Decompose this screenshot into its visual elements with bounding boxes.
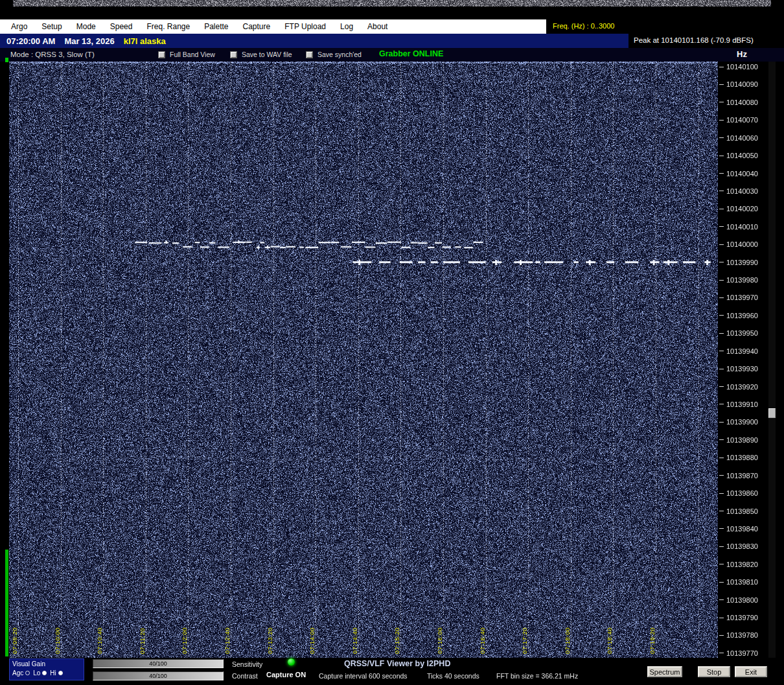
ticks-label: Ticks 40 seconds <box>427 672 479 680</box>
capture-status: Capture ON <box>266 671 306 679</box>
freq-label: 10139850 <box>726 507 758 515</box>
menu-capture[interactable]: Capture <box>236 22 278 31</box>
freq-label: 10140040 <box>726 170 758 178</box>
hi-label: Hi <box>50 669 56 677</box>
freq-scale-row: 10140000 <box>719 240 758 248</box>
freq-tick-mark <box>719 191 724 191</box>
freq-scale-row: 10140010 <box>719 223 758 231</box>
menu-palette[interactable]: Palette <box>197 22 235 31</box>
contrast-label: Contrast <box>232 672 258 680</box>
freq-scale-row: 10140040 <box>719 170 758 178</box>
freq-tick-mark <box>719 120 724 121</box>
fft-bin-label: FFT bin size = 366.21 mHz <box>496 672 578 680</box>
exit-button[interactable]: Exit <box>735 666 767 677</box>
freq-tick-mark <box>719 156 724 156</box>
freq-label: 10140100 <box>726 63 758 71</box>
radio-icon[interactable] <box>58 671 63 675</box>
signal-level-meter <box>5 550 8 656</box>
agc-radio[interactable]: Agc <box>12 669 30 677</box>
freq-label: 10140010 <box>726 223 758 231</box>
checkbox-box[interactable] <box>306 51 313 58</box>
radio-icon[interactable] <box>25 671 30 675</box>
freq-scale-row: 10139930 <box>719 365 758 373</box>
freq-label: 10139910 <box>726 401 758 408</box>
freq-tick-mark <box>719 618 724 618</box>
freq-scale-row: 10139850 <box>719 507 758 515</box>
freq-tick-mark <box>719 528 724 529</box>
freq-scale-row: 10139980 <box>719 276 758 284</box>
freq-scale-row: 10140030 <box>719 187 758 195</box>
stop-button[interactable]: Stop <box>698 666 730 677</box>
freq-tick-mark <box>719 582 724 583</box>
freq-label: 10139810 <box>726 578 758 586</box>
freq-tick-mark <box>719 102 724 102</box>
freq-scale-row: 10140090 <box>719 80 758 88</box>
freq-tick-mark <box>719 422 724 423</box>
freq-label: 10139890 <box>726 436 758 444</box>
spectrum-button[interactable]: Spectrum <box>647 666 682 677</box>
menu-setup[interactable]: Setup <box>34 22 69 31</box>
freq-tick-mark <box>719 564 724 564</box>
lo-label: Lo <box>33 669 40 677</box>
lo-radio[interactable]: Lo <box>33 669 47 677</box>
freq-tick-mark <box>719 351 724 351</box>
menu-about[interactable]: About <box>360 22 395 31</box>
freq-label: 10139860 <box>726 489 758 497</box>
spectrogram-canvas <box>9 62 718 658</box>
freq-range-indicator: Freq. (Hz) : 0..3000 <box>553 22 614 30</box>
freq-label: 10139800 <box>726 596 758 604</box>
menu-mode[interactable]: Mode <box>69 22 103 31</box>
capture-interval-label: Capture interval 600 seconds <box>319 672 408 680</box>
freq-scale-row: 10139830 <box>719 542 758 550</box>
hi-radio[interactable]: Hi <box>50 669 62 677</box>
menu-freq-range[interactable]: Freq. Range <box>139 22 197 31</box>
freq-tick-mark <box>719 511 724 511</box>
checkbox-box[interactable] <box>158 51 165 58</box>
freq-label: 10139990 <box>726 259 758 266</box>
freq-tick-mark <box>719 404 724 404</box>
freq-tick-mark <box>719 386 724 387</box>
freq-label: 10139980 <box>726 276 758 284</box>
visual-gain-panel: Visual Gain Agc Lo Hi <box>9 658 84 680</box>
contrast-slider[interactable]: 40/100 <box>93 671 224 680</box>
freq-label: 10139930 <box>726 365 758 373</box>
freq-label: 10140030 <box>726 187 758 195</box>
agc-label: Agc <box>12 669 23 677</box>
freq-scale-row: 10139880 <box>719 454 758 461</box>
freq-scale-row: 10139890 <box>719 436 758 444</box>
freq-tick-mark <box>719 84 724 85</box>
scrollbar-thumb[interactable] <box>768 408 776 418</box>
checkbox-label: Save to WAV file <box>242 51 292 58</box>
freq-scale-row: 10139770 <box>719 649 758 657</box>
checkbox-label: Save synch'ed <box>317 51 362 58</box>
freq-scale-row: 10139920 <box>719 383 758 391</box>
menu-log[interactable]: Log <box>333 22 360 31</box>
radio-icon[interactable] <box>42 671 47 675</box>
freq-label: 10140020 <box>726 205 758 213</box>
freq-tick-mark <box>719 67 724 67</box>
freq-label: 10140070 <box>726 116 758 124</box>
freq-tick-mark <box>719 280 724 281</box>
menu-speed[interactable]: Speed <box>103 22 140 31</box>
freq-scale-row: 10139840 <box>719 525 758 533</box>
freq-scale-row: 10140060 <box>719 134 758 142</box>
frequency-scrollbar[interactable] <box>768 62 776 658</box>
freq-tick-mark <box>719 458 724 458</box>
freq-tick-mark <box>719 369 724 369</box>
freq-scale-row: 10139810 <box>719 578 758 586</box>
full-band-view-checkbox[interactable]: Full Band View <box>158 51 215 58</box>
checkbox-box[interactable] <box>230 51 237 58</box>
sensitivity-slider[interactable]: 40/100 <box>93 659 224 668</box>
menu-ftp-upload[interactable]: FTP Upload <box>277 22 333 31</box>
menu-argo[interactable]: Argo <box>4 22 34 31</box>
save-synched-checkbox[interactable]: Save synch'ed <box>306 51 362 58</box>
freq-scale-row: 10139960 <box>719 312 758 319</box>
freq-label: 10139960 <box>726 312 758 319</box>
freq-tick-mark <box>719 333 724 334</box>
freq-scale-row: 10139780 <box>719 631 758 639</box>
callsign-label: kl7l alaska <box>124 36 166 46</box>
capture-led-icon <box>288 658 295 666</box>
freq-label: 10140060 <box>726 134 758 142</box>
save-wav-checkbox[interactable]: Save to WAV file <box>230 51 292 58</box>
freq-tick-mark <box>719 226 724 227</box>
